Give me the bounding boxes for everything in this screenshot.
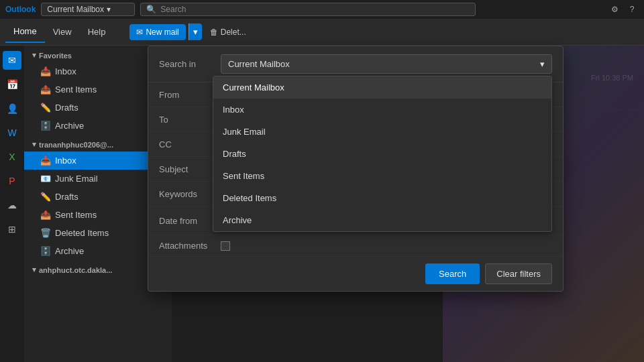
tab-help[interactable]: Help (80, 21, 114, 42)
dropdown-option-archive[interactable]: Archive (213, 209, 551, 231)
search-in-dropdown[interactable]: Current Mailbox ▾ (221, 54, 552, 74)
sent-fav-icon: 📤 (40, 84, 51, 95)
attachments-row: Attachments (148, 235, 563, 257)
clear-filters-button[interactable]: Clear filters (485, 263, 552, 284)
inbox-icon: 📥 (40, 156, 51, 166)
dropdown-option-sent[interactable]: Sent Items (213, 165, 551, 187)
new-mail-dropdown-button[interactable]: ▾ (189, 23, 202, 40)
search-placeholder-text: Search (160, 5, 186, 14)
dropdown-chevron-icon: ▾ (540, 59, 545, 69)
dropdown-option-junk[interactable]: Junk Email (213, 121, 551, 143)
cc-label: CC (159, 139, 213, 149)
favorites-chevron-icon: ▾ (32, 51, 36, 60)
account2-chevron-icon: ▾ (32, 265, 36, 274)
contacts-icon[interactable]: 👤 (3, 99, 21, 118)
deleted-icon: 🗑️ (40, 228, 51, 238)
dropdown-option-current-mailbox[interactable]: Current Mailbox (213, 76, 551, 99)
to-label: To (159, 115, 213, 125)
global-search-bar[interactable]: 🔍 Search (140, 3, 476, 16)
attachments-checkbox[interactable] (221, 241, 230, 251)
keywords-label: Keywords (159, 189, 213, 199)
outlook-logo: Outlook (5, 5, 36, 14)
title-bar: Outlook Current Mailbox ▾ 🔍 Search ⚙ ? (0, 0, 644, 19)
account1-chevron-icon: ▾ (32, 140, 36, 149)
excel-icon[interactable]: X (3, 147, 21, 166)
mailbox-selector[interactable]: Current Mailbox ▾ (41, 3, 135, 16)
ppt-icon[interactable]: P (3, 172, 21, 190)
attachments-label: Attachments (159, 241, 213, 251)
search-in-dropdown-list: Current Mailbox Inbox Junk Email Drafts … (213, 76, 552, 232)
search-button[interactable]: Search (425, 263, 480, 284)
drafts-fav-icon: ✏️ (40, 103, 51, 113)
search-in-row: Search in Current Mailbox ▾ Current Mail… (148, 46, 563, 82)
junk-icon: 📧 (40, 174, 51, 184)
dropdown-option-deleted[interactable]: Deleted Items (213, 187, 551, 209)
calendar-icon[interactable]: 📅 (3, 75, 21, 94)
search-in-label: Search in (159, 59, 213, 69)
delete-icon: 🗑 (210, 27, 218, 37)
search-icon: 🔍 (146, 5, 156, 14)
date-from-label: Date from (159, 216, 213, 226)
tab-view[interactable]: View (45, 21, 80, 42)
word-icon[interactable]: W (3, 123, 21, 142)
onedrive-icon[interactable]: ☁ (3, 196, 21, 215)
settings-icon[interactable]: ⚙ (608, 3, 621, 16)
title-bar-icons: ⚙ ? (608, 3, 639, 16)
new-mail-button[interactable]: ✉ New mail (129, 24, 185, 40)
tab-home[interactable]: Home (5, 21, 45, 43)
apps-icon[interactable]: ⊞ (3, 220, 21, 239)
delete-button[interactable]: 🗑 Delet... (205, 24, 252, 40)
new-mail-icon: ✉ (136, 27, 143, 37)
dropdown-option-drafts[interactable]: Drafts (213, 143, 551, 165)
sent-icon: 📤 (40, 210, 51, 220)
search-panel-footer: Search Clear filters (148, 257, 563, 291)
search-panel: Search in Current Mailbox ▾ Current Mail… (148, 46, 564, 292)
drafts-icon: ✏️ (40, 192, 51, 202)
sidebar-icons: ✉ 📅 👤 W X P ☁ ⊞ (0, 46, 24, 362)
mailbox-chevron-icon: ▾ (107, 5, 111, 14)
search-in-value: Current Mailbox (228, 59, 290, 69)
mailbox-label: Current Mailbox (47, 5, 104, 14)
subject-label: Subject (159, 164, 213, 174)
help-icon[interactable]: ? (625, 3, 639, 16)
dropdown-option-inbox[interactable]: Inbox (213, 99, 551, 121)
archive-icon: 🗄️ (40, 246, 51, 256)
inbox-fav-icon: 📥 (40, 66, 51, 76)
from-label: From (159, 90, 213, 100)
ribbon: Home View Help ✉ New mail ▾ 🗑 Delet... (0, 19, 644, 46)
archive-fav-icon: 🗄️ (40, 121, 51, 131)
mail-icon[interactable]: ✉ (3, 51, 21, 70)
